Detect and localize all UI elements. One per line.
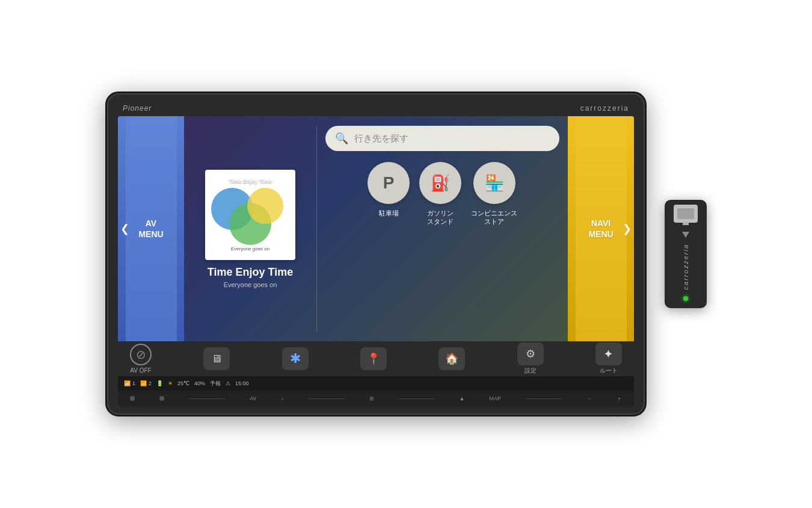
convenience-icon-circle: 🏪 bbox=[473, 162, 515, 204]
shortcut-gas[interactable]: ⛽ ガソリンスタンド bbox=[419, 162, 461, 226]
home-icon: 🏠 bbox=[438, 347, 465, 370]
carrozzeria-brand: carrozzeria bbox=[580, 104, 629, 113]
search-placeholder-text: 行き先を探す bbox=[354, 133, 408, 144]
minus-button[interactable]: － bbox=[586, 395, 592, 403]
av-panel[interactable]: ❮ AVMENU bbox=[118, 116, 184, 341]
screen-main: ❮ AVMENU Time Enjoy Time Everyone goes o… bbox=[118, 116, 634, 341]
forecast-text: 予報 bbox=[210, 380, 221, 388]
usb-led-indicator bbox=[683, 296, 688, 301]
signal-2: 📶 2 bbox=[140, 380, 152, 386]
control-line-3 bbox=[399, 398, 435, 399]
av-off-button[interactable]: ⊘ AV OFF bbox=[130, 344, 152, 374]
settings-button[interactable]: ⚙ 設定 bbox=[517, 342, 544, 375]
av-off-label: AV OFF bbox=[130, 367, 151, 374]
av-menu-label[interactable]: AVMENU bbox=[138, 218, 163, 240]
parking-icon-circle: P bbox=[368, 162, 410, 204]
route-label: ルート bbox=[600, 367, 618, 375]
shortcut-convenience[interactable]: 🏪 コンビニエンスストア bbox=[471, 162, 517, 226]
usb-plug-notch bbox=[683, 222, 689, 225]
gear-icon: ⚙ bbox=[517, 342, 544, 365]
time-text: 15:00 bbox=[235, 380, 249, 386]
music-track-title: Time Enjoy Time bbox=[208, 266, 293, 279]
usb-dongle: carrozzeria bbox=[665, 200, 707, 308]
grid-icon: ⊞ bbox=[369, 395, 374, 401]
search-icon: 🔍 bbox=[335, 132, 348, 145]
av-panel-inner: AVMENU bbox=[126, 116, 177, 341]
battery-icon: 🔋 bbox=[156, 380, 163, 386]
signal2-indicator: 📶 bbox=[140, 380, 147, 386]
device: Pioneer carrozzeria ❮ AVMENU bbox=[105, 91, 647, 417]
home-button[interactable]: 🏠 bbox=[438, 347, 465, 370]
plus-button[interactable]: ＋ bbox=[617, 395, 622, 403]
navi-chevron-right-icon[interactable]: ❯ bbox=[623, 222, 632, 235]
location-button[interactable]: 📍 bbox=[360, 347, 387, 370]
album-art-subtitle-overlay: Everyone goes on bbox=[205, 246, 295, 252]
music-note-icon: ♪ bbox=[281, 395, 284, 401]
circle-yellow-decoration bbox=[247, 188, 283, 224]
pioneer-brand: Pioneer bbox=[123, 104, 152, 113]
usb-triangle-icon bbox=[682, 232, 689, 238]
route-icon: ✦ bbox=[595, 342, 622, 365]
screen-bottom-bar: ⊘ AV OFF 🖥 ✱ 📍 🏠 ⚙ 設定 bbox=[118, 341, 634, 376]
warning-icon: ⚠ bbox=[226, 380, 230, 386]
usb-plug-inner bbox=[677, 208, 694, 219]
av-chevron-left-icon[interactable]: ❮ bbox=[120, 222, 129, 235]
music-track-artist: Everyone goes on bbox=[224, 281, 277, 288]
parking-icon: P bbox=[383, 173, 395, 193]
nav-icon: ▲ bbox=[460, 395, 465, 401]
av-off-cross-icon: ⊘ bbox=[136, 347, 146, 362]
bluetooth-button[interactable]: ✱ bbox=[282, 347, 309, 370]
shortcut-row: P 駐車場 ⛽ ガソリンスタンド 🏪 bbox=[325, 162, 559, 226]
nav-area: 🔍 行き先を探す P 駐車場 ⛽ bbox=[317, 116, 568, 341]
map-label: MAP bbox=[489, 395, 501, 401]
av-control-label: AV bbox=[250, 395, 256, 401]
search-bar[interactable]: 🔍 行き先を探す bbox=[325, 126, 559, 151]
usb-brand-label: carrozzeria bbox=[682, 244, 689, 290]
status-bar: 📶 1 📶 2 🔋 ☀ 25℃ 40% 予報 ⚠ 15:00 bbox=[118, 376, 634, 391]
gas-station-icon: ⛽ bbox=[431, 174, 450, 193]
gas-icon-circle: ⛽ bbox=[419, 162, 461, 204]
navi-panel[interactable]: NAVIMENU ❯ bbox=[568, 116, 634, 341]
control-line-2 bbox=[309, 398, 345, 399]
shortcut-parking[interactable]: P 駐車場 bbox=[368, 162, 410, 226]
usb-plug bbox=[674, 205, 698, 223]
settings-label: 設定 bbox=[524, 367, 537, 375]
control-dot-2[interactable] bbox=[159, 396, 164, 401]
convenience-label: コンビニエンスストア bbox=[471, 209, 517, 226]
control-dot-1[interactable] bbox=[130, 396, 135, 401]
album-art-title-overlay: Time Enjoy Time bbox=[205, 178, 295, 184]
control-line-1 bbox=[189, 398, 225, 399]
album-art[interactable]: Time Enjoy Time Everyone goes on bbox=[205, 170, 295, 260]
av-off-icon: ⊘ bbox=[130, 344, 152, 365]
album-art-inner: Time Enjoy Time Everyone goes on bbox=[205, 170, 295, 260]
navi-menu-label[interactable]: NAVIMENU bbox=[588, 218, 613, 240]
screen: ❮ AVMENU Time Enjoy Time Everyone goes o… bbox=[118, 116, 634, 406]
display-icon: 🖥 bbox=[203, 347, 230, 370]
signal-1: 📶 1 bbox=[124, 380, 135, 386]
weather-icon: ☀ bbox=[168, 380, 173, 386]
signal1-indicator: 📶 bbox=[124, 380, 131, 386]
music-area: Time Enjoy Time Everyone goes on Time En… bbox=[184, 116, 316, 341]
convenience-store-icon: 🏪 bbox=[485, 174, 504, 193]
bluetooth-icon: ✱ bbox=[282, 347, 309, 370]
device-top-bar: Pioneer carrozzeria bbox=[118, 104, 634, 116]
location-pin-icon: 📍 bbox=[360, 347, 387, 370]
scene: Pioneer carrozzeria ❮ AVMENU bbox=[105, 91, 707, 417]
temperature-text: 25℃ bbox=[177, 380, 189, 386]
screen-controls: AV ♪ ⊞ ▲ MAP － ＋ bbox=[118, 391, 634, 406]
gas-label: ガソリンスタンド bbox=[427, 209, 454, 226]
humidity-text: 40% bbox=[194, 380, 205, 386]
display-button[interactable]: 🖥 bbox=[203, 347, 230, 370]
route-button[interactable]: ✦ ルート bbox=[595, 342, 622, 375]
parking-label: 駐車場 bbox=[379, 209, 399, 217]
control-line-4 bbox=[526, 398, 562, 399]
navi-panel-inner: NAVIMENU bbox=[576, 116, 627, 341]
